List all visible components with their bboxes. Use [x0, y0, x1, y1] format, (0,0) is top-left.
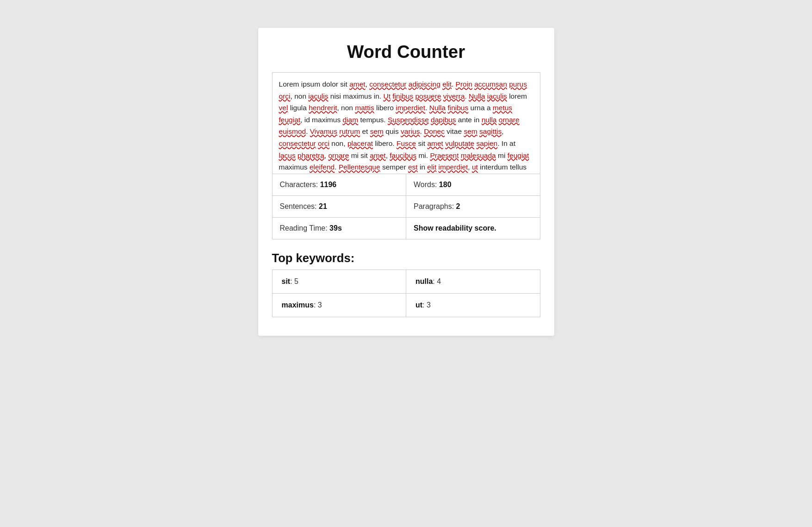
keyword-ut: ut: [415, 301, 422, 309]
keyword-cell-maximus: maximus: 3: [273, 294, 407, 317]
characters-cell: Characters: 1196: [273, 174, 407, 195]
misspelled-word: est: [408, 163, 418, 171]
misspelled-word: consectetur: [369, 80, 406, 88]
misspelled-word: malesuada: [461, 151, 496, 159]
stats-grid: Characters: 1196 Words: 180 Sentences: 2…: [272, 174, 540, 239]
misspelled-word: Ut: [383, 92, 391, 100]
reading-time-cell: Reading Time: 39s: [273, 218, 407, 239]
misspelled-word: iaculis: [487, 92, 507, 100]
misspelled-word: adipiscing: [409, 80, 440, 88]
misspelled-word: feugiat: [279, 116, 301, 124]
misspelled-word: dapibus: [431, 116, 456, 124]
misspelled-word: sagittis: [479, 127, 502, 135]
words-cell: Words: 180: [406, 174, 540, 195]
keyword-maximus: maximus: [282, 301, 314, 309]
misspelled-word: euismod: [279, 127, 306, 135]
misspelled-word: placerat: [347, 139, 373, 147]
misspelled-word: amet: [427, 139, 443, 147]
misspelled-word: nulla: [482, 116, 497, 124]
misspelled-word: amet: [349, 80, 366, 88]
misspelled-word: amet: [370, 151, 386, 159]
misspelled-word: Nulla: [469, 92, 485, 100]
keywords-grid: sit: 5 nulla: 4 maximus: 3 ut: 3: [272, 270, 540, 317]
keywords-row-2: maximus: 3 ut: 3: [273, 294, 540, 317]
misspelled-word: varius: [401, 127, 420, 135]
misspelled-word: hendrerit: [309, 104, 337, 112]
misspelled-word: eleifend: [310, 163, 335, 171]
characters-label: Characters:: [280, 181, 320, 188]
misspelled-word: imperdiet: [396, 104, 425, 112]
keywords-row-1: sit: 5 nulla: 4: [273, 270, 540, 294]
misspelled-word: faucibus: [390, 151, 416, 159]
misspelled-word: Pellentesque: [339, 163, 380, 171]
misspelled-word: diam: [342, 116, 358, 124]
sentences-label: Sentences:: [280, 202, 319, 210]
top-keywords-title: Top keywords:: [272, 251, 540, 265]
misspelled-word: feugiat: [508, 151, 529, 159]
misspelled-word: iaculis: [308, 92, 328, 100]
misspelled-word: Donec: [424, 127, 445, 135]
misspelled-word: orci: [279, 92, 291, 100]
misspelled-word: vulputate: [445, 139, 474, 147]
misspelled-word: accumsan: [474, 80, 507, 88]
misspelled-word: Proin: [456, 80, 472, 88]
keyword-sit-count: : 5: [290, 277, 298, 285]
misspelled-word: Suspendisse: [388, 116, 429, 124]
text-area[interactable]: Lorem ipsum dolor sit amet, consectetur …: [272, 72, 540, 174]
sentences-cell: Sentences: 21: [273, 196, 407, 217]
misspelled-word: ut: [472, 163, 478, 171]
keyword-sit: sit: [282, 277, 291, 285]
keyword-cell-ut: ut: 3: [406, 294, 540, 317]
misspelled-word: sapien: [476, 139, 497, 147]
reading-time-label: Reading Time:: [280, 224, 330, 232]
keyword-cell-sit: sit: 5: [273, 270, 407, 293]
stats-row-reading-readability: Reading Time: 39s Show readability score…: [273, 218, 540, 239]
misspelled-word: Praesent: [430, 151, 459, 159]
misspelled-word: mattis: [355, 104, 374, 112]
keyword-nulla: nulla: [415, 277, 433, 285]
reading-time-value: 39s: [329, 224, 342, 232]
misspelled-word: consectetur: [279, 139, 316, 147]
misspelled-word: Fusce: [397, 139, 416, 147]
readability-cell[interactable]: Show readability score.: [406, 218, 540, 239]
readability-link[interactable]: Show readability score.: [414, 224, 496, 232]
sentences-value: 21: [319, 202, 327, 210]
paragraphs-cell: Paragraphs: 2: [406, 196, 540, 217]
misspelled-word: orci: [318, 139, 329, 147]
main-card: Word Counter Lorem ipsum dolor sit amet,…: [258, 28, 554, 336]
stats-row-chars-words: Characters: 1196 Words: 180: [273, 174, 540, 196]
words-label: Words:: [414, 181, 439, 188]
keyword-nulla-count: : 4: [433, 277, 441, 285]
misspelled-word: ornare: [328, 151, 349, 159]
misspelled-word: imperdiet: [439, 163, 468, 171]
characters-value: 1196: [320, 181, 337, 188]
stats-row-sentences-paragraphs: Sentences: 21 Paragraphs: 2: [273, 196, 540, 218]
misspelled-word: sem: [464, 127, 477, 135]
misspelled-word: elit: [427, 163, 436, 171]
misspelled-word: rutrum: [339, 127, 360, 135]
keyword-maximus-count: : 3: [314, 301, 322, 309]
paragraphs-label: Paragraphs:: [414, 202, 456, 210]
words-value: 180: [439, 181, 452, 188]
keyword-ut-count: : 3: [422, 301, 431, 309]
misspelled-word: elit: [442, 80, 452, 88]
misspelled-word: Vivamus: [310, 127, 337, 135]
misspelled-word: pharetra: [298, 151, 324, 159]
misspelled-word: posuere: [415, 92, 441, 100]
misspelled-word: lacus: [279, 151, 296, 159]
paragraphs-value: 2: [456, 202, 460, 210]
misspelled-word: purus: [509, 80, 527, 88]
misspelled-word: vel: [279, 104, 288, 112]
misspelled-word: finibus: [392, 92, 413, 100]
misspelled-word: ornare: [499, 116, 520, 124]
misspelled-word: finibus: [447, 104, 468, 112]
app-title: Word Counter: [272, 42, 540, 62]
keyword-cell-nulla: nulla: 4: [406, 270, 540, 293]
misspelled-word: Nulla: [429, 104, 446, 112]
misspelled-word: viverra: [443, 92, 465, 100]
misspelled-word: metus: [493, 104, 512, 112]
misspelled-word: sem: [370, 127, 384, 135]
